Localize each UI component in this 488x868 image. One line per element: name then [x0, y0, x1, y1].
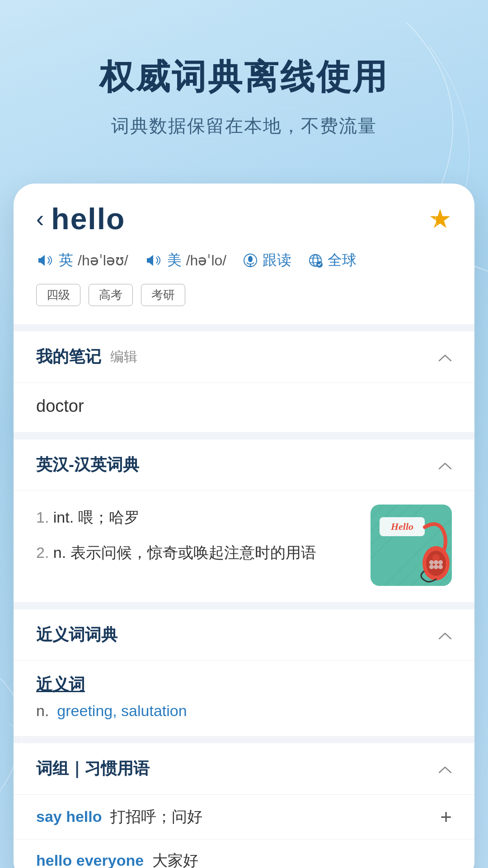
speaker-us-icon — [145, 251, 163, 269]
synonym-pos: n. — [36, 702, 49, 720]
en-phonetic: /həˈləʊ/ — [78, 252, 128, 269]
synonym-row: n. greeting, salutation — [36, 702, 452, 720]
notes-content: doctor — [14, 383, 474, 432]
tag-cet4: 四级 — [36, 284, 80, 306]
hero-subtitle: 词典数据保留在本地，不费流量 — [27, 113, 461, 138]
word-title-row: ‹ hello ★ — [36, 202, 452, 236]
pron-us[interactable]: 美 /həˈlo/ — [145, 250, 226, 270]
dictionary-section: 英汉-汉英词典 1. int. 喂；哈罗 2. n. 表示问候，惊奇或唤起注意时… — [14, 439, 474, 602]
word-header: ‹ hello ★ 英 /həˈləʊ/ — [14, 184, 474, 324]
synonym-section: 近义词词典 近义词 n. greeting, salutation — [14, 609, 474, 736]
us-label: 美 — [167, 250, 182, 270]
dict-def-1: int. 喂；哈罗 — [53, 509, 140, 526]
main-card: ‹ hello ★ 英 /həˈləʊ/ — [14, 184, 474, 868]
us-phonetic: /həˈlo/ — [186, 252, 226, 269]
pron-en[interactable]: 英 /həˈləʊ/ — [36, 250, 128, 270]
notes-title: 我的笔记 — [36, 346, 101, 368]
svg-point-1 — [248, 256, 253, 262]
synonym-title: 近义词词典 — [36, 624, 117, 646]
phrase-text-2: hello everyone 大家好 — [36, 850, 198, 868]
svg-point-26 — [438, 560, 443, 565]
phrase-item-1: say hello 打招呼；问好 + — [14, 795, 474, 840]
word-display: hello — [51, 202, 125, 236]
synonym-section-header: 近义词词典 — [14, 609, 474, 661]
phrase-item-2: hello everyone 大家好 — [14, 840, 474, 868]
phrase-en-2: hello everyone — [36, 852, 144, 868]
phrase-en-1: say hello — [36, 808, 102, 825]
phrase-cn-1: 打招呼；问好 — [110, 808, 202, 825]
follow-read-label: 跟读 — [263, 250, 291, 270]
dict-def-2: n. 表示问候，惊奇或唤起注意时的用语 — [53, 544, 316, 561]
svg-point-27 — [429, 565, 434, 569]
phrases-title: 词组｜习惯用语 — [36, 758, 150, 780]
svg-point-25 — [434, 560, 438, 565]
word-back-title: ‹ hello — [36, 202, 125, 236]
dict-section-header: 英汉-汉英词典 — [14, 439, 474, 491]
notes-section-header: 我的笔记 编辑 — [14, 331, 474, 383]
phrase-add-icon-1[interactable]: + — [440, 806, 452, 828]
follow-read-button[interactable]: 跟读 — [243, 250, 291, 270]
phrases-section-header: 词组｜习惯用语 — [14, 743, 474, 795]
notes-collapse-icon[interactable] — [438, 348, 452, 367]
note-text: doctor — [36, 396, 84, 415]
svg-point-28 — [434, 565, 438, 569]
dict-content: 1. int. 喂；哈罗 2. n. 表示问候，惊奇或唤起注意时的用语 — [14, 491, 474, 602]
svg-point-24 — [429, 560, 434, 565]
phrase-text-1: say hello 打招呼；问好 — [36, 807, 202, 827]
phrases-collapse-icon[interactable] — [438, 760, 452, 778]
global-button[interactable]: 全球 — [308, 250, 357, 270]
synonym-collapse-icon[interactable] — [438, 626, 452, 645]
phrases-section: 词组｜习惯用语 say hello 打招呼；问好 + hello everyon… — [14, 743, 474, 868]
en-label: 英 — [59, 250, 73, 270]
speaker-en-icon — [36, 251, 54, 269]
phrase-cn-2: 大家好 — [152, 852, 198, 868]
hero-section: 权威词典离线使用 词典数据保留在本地，不费流量 — [0, 0, 488, 165]
pronunciation-row: 英 /həˈləʊ/ 美 /həˈlo/ — [36, 250, 452, 270]
tag-kaoyan: 考研 — [141, 284, 185, 306]
synonym-header-text: 近义词 — [36, 674, 452, 696]
notes-edit-button[interactable]: 编辑 — [110, 348, 137, 366]
dict-item-2: 2. n. 表示问候，惊奇或唤起注意时的用语 — [36, 540, 357, 566]
dict-collapse-icon[interactable] — [438, 456, 452, 475]
dict-num-1: 1. — [36, 509, 53, 526]
dict-title: 英汉-汉英词典 — [36, 454, 139, 476]
svg-text:Hello: Hello — [390, 521, 413, 532]
favorite-star-icon[interactable]: ★ — [428, 203, 452, 234]
tag-gaokao: 高考 — [89, 284, 133, 306]
synonym-content: 近义词 n. greeting, salutation — [14, 661, 474, 736]
synonym-words: greeting, salutation — [57, 702, 187, 720]
dict-definitions: 1. int. 喂；哈罗 2. n. 表示问候，惊奇或唤起注意时的用语 — [36, 505, 357, 575]
dict-num-2: 2. — [36, 544, 53, 561]
notes-title-row: 我的笔记 编辑 — [36, 346, 137, 368]
svg-point-29 — [438, 565, 443, 569]
dict-image: Hello — [371, 505, 452, 586]
global-label: 全球 — [328, 250, 357, 270]
back-button[interactable]: ‹ — [36, 207, 44, 231]
tags-row: 四级 高考 考研 — [36, 284, 452, 306]
hero-title: 权威词典离线使用 — [27, 54, 461, 101]
notes-section: 我的笔记 编辑 doctor — [14, 331, 474, 432]
dict-item-1: 1. int. 喂；哈罗 — [36, 505, 357, 531]
